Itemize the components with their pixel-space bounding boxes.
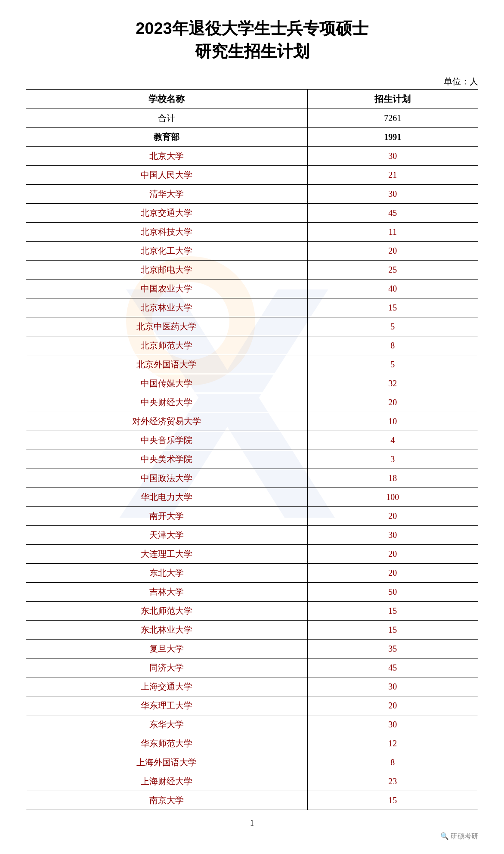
table-row: 北京中医药大学5: [26, 317, 478, 336]
table-row: 中央美术学院3: [26, 450, 478, 469]
plan-num-cell: 20: [307, 242, 478, 261]
table-row: 东北大学20: [26, 564, 478, 583]
col-header-plan: 招生计划: [307, 90, 478, 109]
title-line2: 研究生招生计划: [26, 40, 478, 63]
plan-num-cell: 8: [307, 753, 478, 772]
logo-watermark: 🔍 研硕考研: [440, 832, 478, 841]
summary-plan: 7261: [307, 109, 478, 128]
plan-num-cell: 30: [307, 185, 478, 204]
plan-num-cell: 30: [307, 715, 478, 734]
data-table: 学校名称 招生计划 合计 7261 教育部 1991 北京大学30中国人民大学2…: [26, 89, 478, 810]
title-line1: 2023年退役大学生士兵专项硕士: [26, 17, 478, 40]
table-row: 中央财经大学20: [26, 393, 478, 412]
school-name-cell: 清华大学: [26, 185, 308, 204]
school-name-cell: 大连理工大学: [26, 545, 308, 564]
plan-num-cell: 20: [307, 393, 478, 412]
school-name-cell: 同济大学: [26, 658, 308, 677]
col-header-school: 学校名称: [26, 90, 308, 109]
table-row: 南京大学15: [26, 791, 478, 810]
plan-num-cell: 35: [307, 640, 478, 658]
table-row: 上海外国语大学8: [26, 753, 478, 772]
table-row: 华东师范大学12: [26, 734, 478, 753]
school-name-cell: 北京大学: [26, 147, 308, 166]
plan-num-cell: 12: [307, 734, 478, 753]
school-name-cell: 南开大学: [26, 507, 308, 526]
plan-num-cell: 20: [307, 507, 478, 526]
school-name-cell: 吉林大学: [26, 583, 308, 602]
ministry-plan: 1991: [307, 128, 478, 147]
school-name-cell: 中国传媒大学: [26, 374, 308, 393]
plan-num-cell: 40: [307, 279, 478, 298]
plan-num-cell: 5: [307, 355, 478, 374]
table-row: 同济大学45: [26, 658, 478, 677]
table-row: 上海交通大学30: [26, 677, 478, 696]
plan-num-cell: 3: [307, 450, 478, 469]
logo-text: 🔍 研硕考研: [440, 832, 478, 840]
school-name-cell: 北京邮电大学: [26, 261, 308, 279]
plan-num-cell: 30: [307, 677, 478, 696]
table-row: 复旦大学35: [26, 640, 478, 658]
table-row: 大连理工大学20: [26, 545, 478, 564]
school-name-cell: 中央美术学院: [26, 450, 308, 469]
table-row: 北京邮电大学25: [26, 261, 478, 279]
plan-num-cell: 50: [307, 583, 478, 602]
school-name-cell: 东北大学: [26, 564, 308, 583]
school-name-cell: 天津大学: [26, 526, 308, 545]
school-name-cell: 北京外国语大学: [26, 355, 308, 374]
school-name-cell: 北京交通大学: [26, 204, 308, 223]
plan-num-cell: 20: [307, 564, 478, 583]
plan-num-cell: 4: [307, 431, 478, 450]
plan-num-cell: 100: [307, 488, 478, 507]
table-row: 中国农业大学40: [26, 279, 478, 298]
school-name-cell: 北京科技大学: [26, 223, 308, 242]
table-row: 中国政法大学18: [26, 469, 478, 488]
table-row: 北京师范大学8: [26, 336, 478, 355]
page-number: 1: [26, 819, 478, 828]
school-name-cell: 北京林业大学: [26, 298, 308, 317]
plan-num-cell: 8: [307, 336, 478, 355]
plan-num-cell: 23: [307, 772, 478, 791]
table-row: 北京化工大学20: [26, 242, 478, 261]
unit-label: 单位：人: [26, 76, 478, 87]
plan-num-cell: 15: [307, 621, 478, 640]
school-name-cell: 上海外国语大学: [26, 753, 308, 772]
school-name-cell: 北京师范大学: [26, 336, 308, 355]
plan-num-cell: 5: [307, 317, 478, 336]
ministry-name: 教育部: [26, 128, 308, 147]
page-title: 2023年退役大学生士兵专项硕士 研究生招生计划: [26, 17, 478, 63]
school-name-cell: 东北师范大学: [26, 602, 308, 621]
summary-row: 合计 7261: [26, 109, 478, 128]
plan-num-cell: 20: [307, 696, 478, 715]
table-row: 中国传媒大学32: [26, 374, 478, 393]
school-name-cell: 上海交通大学: [26, 677, 308, 696]
plan-num-cell: 25: [307, 261, 478, 279]
school-name-cell: 东北林业大学: [26, 621, 308, 640]
table-row: 南开大学20: [26, 507, 478, 526]
school-name-cell: 华东理工大学: [26, 696, 308, 715]
table-row: 北京交通大学45: [26, 204, 478, 223]
school-name-cell: 北京中医药大学: [26, 317, 308, 336]
table-row: 东华大学30: [26, 715, 478, 734]
table-row: 吉林大学50: [26, 583, 478, 602]
plan-num-cell: 18: [307, 469, 478, 488]
table-row: 华东理工大学20: [26, 696, 478, 715]
plan-num-cell: 32: [307, 374, 478, 393]
table-row: 北京科技大学11: [26, 223, 478, 242]
summary-name: 合计: [26, 109, 308, 128]
school-name-cell: 对外经济贸易大学: [26, 412, 308, 431]
page-container: X 2023年退役大学生士兵专项硕士 研究生招生计划 单位：人 学校名称 招生计…: [0, 0, 504, 854]
school-name-cell: 中央财经大学: [26, 393, 308, 412]
plan-num-cell: 21: [307, 166, 478, 185]
plan-num-cell: 45: [307, 204, 478, 223]
plan-num-cell: 30: [307, 526, 478, 545]
plan-num-cell: 15: [307, 602, 478, 621]
school-name-cell: 东华大学: [26, 715, 308, 734]
plan-num-cell: 15: [307, 298, 478, 317]
school-name-cell: 中国政法大学: [26, 469, 308, 488]
plan-num-cell: 30: [307, 147, 478, 166]
school-name-cell: 华北电力大学: [26, 488, 308, 507]
table-row: 华北电力大学100: [26, 488, 478, 507]
table-row: 天津大学30: [26, 526, 478, 545]
school-name-cell: 中央音乐学院: [26, 431, 308, 450]
school-name-cell: 中国人民大学: [26, 166, 308, 185]
